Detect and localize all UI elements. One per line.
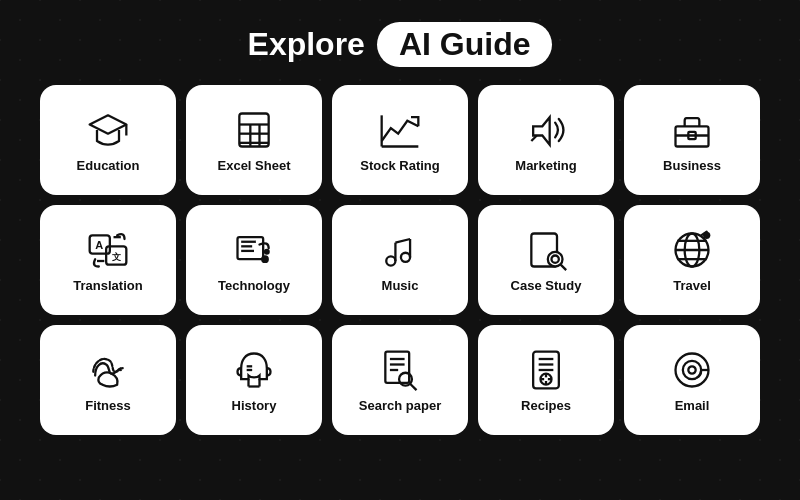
card-travel[interactable]: Travel xyxy=(624,205,760,315)
card-music-label: Music xyxy=(382,278,419,293)
card-business-label: Business xyxy=(663,158,721,173)
card-fitness-label: Fitness xyxy=(85,398,131,413)
svg-rect-47 xyxy=(385,351,409,382)
card-case-study-label: Case Study xyxy=(511,278,582,293)
svg-point-24 xyxy=(265,250,269,254)
card-translation-label: Translation xyxy=(73,278,142,293)
card-history-label: History xyxy=(232,398,277,413)
card-search-paper-label: Search paper xyxy=(359,398,441,413)
svg-text:文: 文 xyxy=(112,252,121,262)
card-email[interactable]: Email xyxy=(624,325,760,435)
card-technology[interactable]: Technology xyxy=(186,205,322,315)
card-excel-sheet[interactable]: Excel Sheet xyxy=(186,85,322,195)
card-music[interactable]: Music xyxy=(332,205,468,315)
svg-line-33 xyxy=(561,264,567,270)
svg-line-29 xyxy=(395,239,410,243)
card-case-study[interactable]: Case Study xyxy=(478,205,614,315)
card-stock-rating-label: Stock Rating xyxy=(360,158,439,173)
svg-point-26 xyxy=(401,252,410,261)
card-stock-rating[interactable]: Stock Rating xyxy=(332,85,468,195)
card-travel-label: Travel xyxy=(673,278,711,293)
svg-rect-1 xyxy=(239,113,268,146)
card-technology-label: Technology xyxy=(218,278,290,293)
svg-rect-19 xyxy=(238,237,264,259)
svg-point-31 xyxy=(548,251,563,266)
card-translation[interactable]: A 文 Translation xyxy=(40,205,176,315)
svg-text:A: A xyxy=(95,239,103,251)
card-marketing-label: Marketing xyxy=(515,158,576,173)
card-marketing[interactable]: Marketing xyxy=(478,85,614,195)
svg-line-52 xyxy=(410,383,416,389)
card-business[interactable]: Business xyxy=(624,85,760,195)
cards-grid: Education Excel Sheet Stock Rating xyxy=(40,85,760,435)
ai-guide-badge: AI Guide xyxy=(377,22,553,67)
svg-point-23 xyxy=(262,256,268,261)
card-recipes[interactable]: Recipes xyxy=(478,325,614,435)
card-recipes-label: Recipes xyxy=(521,398,571,413)
card-education[interactable]: Education xyxy=(40,85,176,195)
card-history[interactable]: History xyxy=(186,325,322,435)
svg-point-64 xyxy=(688,366,695,373)
card-education-label: Education xyxy=(77,158,140,173)
card-search-paper[interactable]: Search paper xyxy=(332,325,468,435)
svg-point-25 xyxy=(386,256,395,265)
card-email-label: Email xyxy=(675,398,710,413)
explore-text: Explore xyxy=(248,26,365,63)
card-fitness[interactable]: Fitness xyxy=(40,325,176,435)
card-excel-sheet-label: Excel Sheet xyxy=(218,158,291,173)
page-header: Explore AI Guide xyxy=(248,22,553,67)
